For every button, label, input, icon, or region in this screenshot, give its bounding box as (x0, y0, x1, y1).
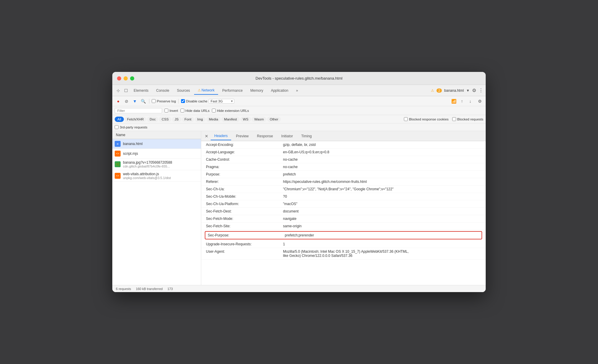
request-list: Name ≡ banana.html <> script (112, 131, 201, 285)
sec-ch-ua-value: "Chromium";v="122", "Not(A:Brand";v="24"… (283, 187, 394, 191)
upgrade-insecure-value: 1 (283, 242, 285, 246)
page-dropdown-arrow[interactable]: ▼ (466, 88, 470, 93)
minimize-button[interactable] (124, 76, 128, 80)
cursor-icon[interactable]: ⊹ (115, 87, 122, 94)
header-row-sec-fetch-site: Sec-Fetch-Site: same-origin (201, 223, 486, 230)
cache-control-name: Cache-Control: (206, 157, 283, 162)
stop-recording-button[interactable]: ● (115, 98, 122, 105)
third-party-label[interactable]: 3rd-party requests (115, 125, 147, 129)
disable-cache-label[interactable]: Disable cache (181, 99, 207, 103)
third-party-checkbox[interactable] (115, 125, 119, 129)
third-party-text: 3rd-party requests (120, 125, 147, 129)
sec-fetch-dest-name: Sec-Fetch-Dest: (206, 209, 283, 213)
disable-cache-checkbox[interactable] (181, 99, 185, 103)
filter-button[interactable]: ▼ (131, 98, 138, 105)
request-item-banana-jpg[interactable]: 🌿 banana.jpg?v=1705668720588 cdn.glitch.… (112, 159, 201, 170)
type-btn-fetch-xhr[interactable]: Fetch/XHR (124, 117, 146, 122)
header-row-purpose: Purpose: prefetch (201, 171, 486, 178)
hide-data-urls-label[interactable]: Hide data URLs (180, 109, 210, 112)
banana-jpg-icon: 🌿 (115, 161, 121, 167)
type-btn-wasm[interactable]: Wasm (252, 117, 266, 122)
type-btn-doc[interactable]: Doc (147, 117, 158, 122)
type-filter-right: Blocked response cookies Blocked request… (404, 117, 483, 121)
script-mjs-name: script.mjs (123, 152, 138, 156)
warning-count[interactable]: 2 (436, 88, 442, 93)
tab-sources[interactable]: Sources (173, 87, 194, 94)
tab-response[interactable]: Response (253, 132, 276, 140)
blocked-response-cookies-label[interactable]: Blocked response cookies (404, 117, 449, 121)
type-filter-row: All Fetch/XHR Doc CSS JS Font Img Media … (112, 115, 486, 123)
blocked-requests-label[interactable]: Blocked requests (452, 117, 483, 121)
invert-text: Invert (170, 109, 178, 112)
warning-icon: ⚠ (431, 88, 434, 93)
tab-more[interactable]: » (292, 87, 302, 94)
transferred-size: 160 kB transferred (136, 287, 163, 291)
gear-icon[interactable]: ⚙ (472, 88, 476, 93)
invert-label[interactable]: Invert (164, 109, 178, 112)
preserve-log-label[interactable]: Preserve log (152, 99, 176, 103)
banana-jpg-name: banana.jpg?v=1705668720588 (123, 160, 172, 165)
purpose-name: Purpose: (206, 172, 283, 176)
current-page-label[interactable]: banana.html (444, 88, 464, 93)
search-button[interactable]: 🔍 (140, 98, 147, 105)
request-item-web-vitals[interactable]: <> web-vitals.attribution.js unpkg.com/w… (112, 170, 201, 182)
request-item-banana-html[interactable]: ≡ banana.html (112, 139, 201, 149)
toolbar: ● ⊘ ▼ 🔍 Preserve log Disable cache Fast … (112, 96, 486, 106)
tab-console[interactable]: Console (153, 87, 173, 94)
type-btn-img[interactable]: Img (195, 117, 206, 122)
clear-button[interactable]: ⊘ (123, 98, 130, 105)
type-btn-manifest[interactable]: Manifest (221, 117, 239, 122)
close-button[interactable] (117, 76, 121, 80)
type-btn-all[interactable]: All (115, 117, 124, 122)
filter-row: Invert Hide data URLs Hide extension URL… (112, 106, 486, 115)
type-btn-ws[interactable]: WS (240, 117, 251, 122)
more-dots-icon[interactable]: ⋮ (479, 88, 483, 93)
accept-language-name: Accept-Language: (206, 150, 283, 154)
blocked-response-cookies-checkbox[interactable] (404, 117, 408, 121)
type-btn-css[interactable]: CSS (159, 117, 171, 122)
tab-timing[interactable]: Timing (298, 132, 315, 140)
blocked-requests-checkbox[interactable] (452, 117, 456, 121)
accept-encoding-value: gzip, deflate, br, zstd (283, 143, 316, 147)
hide-extension-urls-checkbox[interactable] (212, 109, 216, 112)
tab-elements[interactable]: Elements (130, 87, 152, 94)
header-row-accept-language: Accept-Language: en-GB,en-US;q=0.9,en;q=… (201, 149, 486, 156)
header-row-user-agent: User-Agent: Mozilla/5.0 (Macintosh; Inte… (201, 248, 486, 260)
download-icon[interactable]: ↓ (467, 98, 474, 105)
tab-preview[interactable]: Preview (232, 132, 252, 140)
header-row-accept-encoding: Accept-Encoding: gzip, deflate, br, zstd (201, 141, 486, 149)
tab-performance[interactable]: Performance (219, 87, 246, 94)
settings-icon[interactable]: ⚙ (476, 98, 483, 105)
preserve-log-checkbox[interactable] (152, 99, 156, 103)
tab-bar-right: ⚠ 2 banana.html ▼ ⚙ ⋮ (431, 88, 483, 93)
invert-checkbox[interactable] (164, 109, 168, 112)
tab-headers[interactable]: Headers (211, 132, 231, 140)
headers-content: Accept-Encoding: gzip, deflate, br, zstd… (201, 141, 486, 285)
type-btn-media[interactable]: Media (206, 117, 221, 122)
hide-extension-urls-label[interactable]: Hide extension URLs (212, 109, 249, 112)
close-panel-button[interactable]: ✕ (204, 133, 210, 139)
type-btn-font[interactable]: Font (182, 117, 194, 122)
request-item-script-mjs[interactable]: <> script.mjs (112, 149, 201, 159)
hide-data-urls-checkbox[interactable] (180, 109, 184, 112)
maximize-button[interactable] (130, 76, 134, 80)
upload-icon[interactable]: ↑ (458, 98, 466, 105)
header-row-sec-fetch-mode: Sec-Fetch-Mode: navigate (201, 215, 486, 223)
device-icon[interactable]: ☐ (122, 87, 129, 94)
tab-network[interactable]: ⚠Network (194, 86, 218, 95)
tab-memory[interactable]: Memory (247, 87, 267, 94)
type-btn-js[interactable]: JS (172, 117, 181, 122)
filter-input[interactable] (115, 108, 162, 113)
blocked-response-cookies-text: Blocked response cookies (409, 117, 449, 121)
preserve-log-text: Preserve log (157, 99, 176, 103)
pragma-value: no-cache (283, 165, 298, 169)
sec-purpose-name: Sec-Purpose: (208, 233, 285, 237)
devtools-body: ⊹ ☐ Elements Console Sources ⚠Network Pe… (112, 85, 486, 292)
upgrade-insecure-name: Upgrade-Insecure-Requests: (206, 242, 283, 246)
type-btn-other[interactable]: Other (267, 117, 281, 122)
banana-html-name: banana.html (123, 142, 143, 146)
tab-application[interactable]: Application (267, 87, 292, 94)
wifi-icon[interactable]: 📶 (450, 98, 457, 105)
tab-initiator[interactable]: Initiator (278, 132, 296, 140)
throttle-select[interactable]: Fast 3G No throttling Slow 3G Offline (209, 99, 234, 104)
